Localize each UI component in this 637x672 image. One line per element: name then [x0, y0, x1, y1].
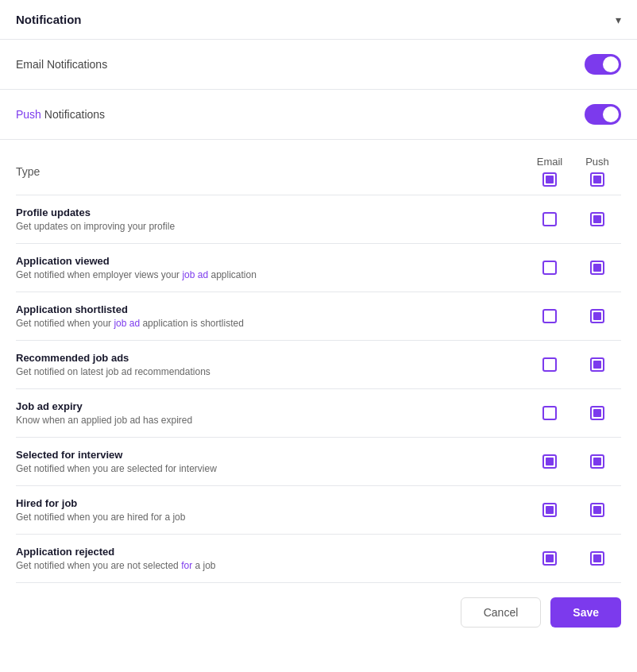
table-row: Selected for interview Get notified when… — [16, 438, 621, 486]
footer-actions: Cancel Save — [0, 583, 637, 642]
notif-checks — [526, 454, 621, 469]
push-checkbox-application-viewed[interactable] — [590, 261, 604, 275]
push-check-cell — [573, 309, 621, 323]
notif-checks — [526, 551, 621, 566]
push-all-checkbox[interactable] — [590, 172, 604, 187]
email-checkbox-application-shortlisted[interactable] — [542, 309, 557, 323]
section-title: Notification — [16, 13, 82, 26]
notif-title: Application viewed — [16, 255, 526, 267]
notif-checks — [526, 503, 621, 517]
push-checkbox-selected-for-interview[interactable] — [590, 454, 604, 469]
table-row: Job ad expiry Know when an applied job a… — [16, 389, 621, 438]
email-checkbox-recommended-job-ads[interactable] — [542, 357, 557, 372]
push-check-cell — [573, 261, 621, 275]
notif-info: Selected for interview Get notified when… — [16, 449, 526, 474]
push-column-header: Push — [573, 156, 621, 187]
notification-type-section: Type Email Push Profile updates Get upda… — [0, 140, 637, 583]
notif-info: Job ad expiry Know when an applied job a… — [16, 400, 526, 426]
notif-title: Profile updates — [16, 207, 526, 218]
email-check-cell — [526, 309, 573, 323]
save-button[interactable]: Save — [550, 597, 621, 628]
table-row: Application shortlisted Get notified whe… — [16, 292, 621, 341]
push-checkbox-application-shortlisted[interactable] — [590, 309, 604, 323]
push-checkbox-job-ad-expiry[interactable] — [590, 406, 604, 420]
email-notifications-toggle[interactable] — [585, 54, 621, 75]
toggle-thumb-push — [603, 106, 619, 122]
push-notifications-row: Push Notifications — [0, 90, 637, 140]
notif-desc: Get notified when you are not selected f… — [16, 560, 526, 571]
email-checkbox-hired-for-job[interactable] — [542, 503, 557, 517]
email-check-cell — [526, 454, 573, 469]
push-checkbox-hired-for-job[interactable] — [590, 503, 604, 517]
email-check-cell — [526, 406, 573, 420]
notif-info: Application rejected Get notified when y… — [16, 546, 526, 571]
email-column-header: Email — [526, 156, 573, 187]
email-notifications-label: Email Notifications — [16, 58, 107, 71]
notif-info: Application viewed Get notified when emp… — [16, 255, 526, 280]
notif-info: Application shortlisted Get notified whe… — [16, 303, 526, 329]
email-all-checkbox[interactable] — [542, 172, 557, 187]
notif-checks — [526, 261, 621, 275]
email-checkbox-selected-for-interview[interactable] — [542, 454, 557, 469]
notif-desc: Get notified when you are selected for i… — [16, 463, 526, 474]
notif-title: Job ad expiry — [16, 400, 526, 412]
notif-desc: Get notified when you are hired for a jo… — [16, 512, 526, 523]
push-checkbox-application-rejected[interactable] — [590, 551, 604, 566]
notif-title: Application shortlisted — [16, 303, 526, 315]
push-check-cell — [573, 357, 621, 372]
section-header: Notification ▾ — [0, 0, 637, 40]
table-row: Application rejected Get notified when y… — [16, 535, 621, 583]
push-check-cell — [573, 406, 621, 420]
toggle-thumb — [603, 56, 619, 72]
email-checkbox-job-ad-expiry[interactable] — [542, 406, 557, 420]
notif-desc: Get notified when your job ad applicatio… — [16, 318, 526, 329]
notif-info: Hired for job Get notified when you are … — [16, 497, 526, 523]
email-check-cell — [526, 212, 573, 226]
push-checkbox-profile-updates[interactable] — [590, 212, 604, 226]
push-check-cell — [573, 454, 621, 469]
notification-rows: Profile updates Get updates on improving… — [16, 195, 621, 583]
chevron-down-icon: ▾ — [616, 14, 621, 26]
notif-title: Application rejected — [16, 546, 526, 558]
type-column-header: Type — [16, 165, 526, 178]
notif-desc: Get notified when employer views your jo… — [16, 269, 526, 280]
push-check-cell — [573, 551, 621, 566]
push-check-cell — [573, 212, 621, 226]
email-checkbox-application-viewed[interactable] — [542, 261, 557, 275]
notif-info: Profile updates Get updates on improving… — [16, 207, 526, 232]
email-check-cell — [526, 357, 573, 372]
push-highlight: Push — [16, 108, 41, 121]
notif-title: Recommended job ads — [16, 352, 526, 364]
notif-checks — [526, 212, 621, 226]
notif-checks — [526, 357, 621, 372]
email-check-cell — [526, 261, 573, 275]
notif-desc: Get notified on latest job ad recommenda… — [16, 366, 526, 377]
notif-desc: Know when an applied job ad has expired — [16, 415, 526, 426]
table-row: Application viewed Get notified when emp… — [16, 244, 621, 292]
push-checkbox-recommended-job-ads[interactable] — [590, 357, 604, 372]
notif-info: Recommended job ads Get notified on late… — [16, 352, 526, 377]
push-check-cell — [573, 503, 621, 517]
table-row: Profile updates Get updates on improving… — [16, 195, 621, 244]
email-notifications-row: Email Notifications — [0, 40, 637, 90]
table-row: Hired for job Get notified when you are … — [16, 486, 621, 535]
notif-title: Hired for job — [16, 497, 526, 509]
notif-checks — [526, 309, 621, 323]
toggle-track-push — [585, 104, 621, 125]
cancel-button[interactable]: Cancel — [461, 597, 542, 628]
email-check-cell — [526, 551, 573, 566]
notif-checks — [526, 406, 621, 420]
notif-desc: Get updates on improving your profile — [16, 221, 526, 232]
email-check-cell — [526, 503, 573, 517]
table-row: Recommended job ads Get notified on late… — [16, 341, 621, 389]
notif-title: Selected for interview — [16, 449, 526, 461]
push-notifications-label: Push Notifications — [16, 108, 105, 121]
type-table-header: Type Email Push — [16, 148, 621, 195]
push-notifications-toggle[interactable] — [585, 104, 621, 125]
toggle-track — [585, 54, 621, 75]
email-checkbox-profile-updates[interactable] — [542, 212, 557, 226]
email-checkbox-application-rejected[interactable] — [542, 551, 557, 566]
